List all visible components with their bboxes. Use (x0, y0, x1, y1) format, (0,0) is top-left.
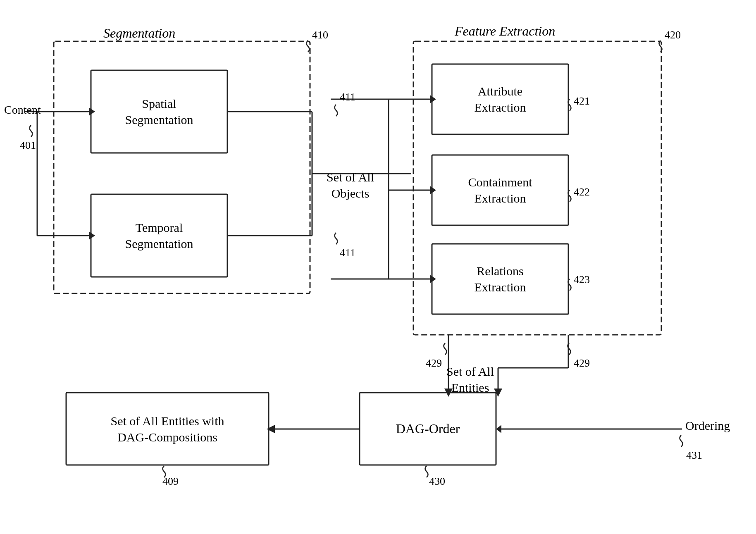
feature-extraction-label: Feature Extraction (455, 23, 555, 40)
diagram-container: Segmentation Feature Extraction Content … (0, 0, 756, 534)
temporal-segmentation-label: Temporal Segmentation (91, 194, 227, 277)
ref-429a: 429 (426, 356, 442, 370)
ref-431: 431 (686, 448, 702, 462)
ref-421: 421 (574, 94, 590, 108)
spatial-segmentation-label: Spatial Segmentation (91, 70, 227, 153)
ref-409: 409 (162, 474, 179, 489)
content-label: Content (4, 103, 41, 117)
ref-430: 430 (429, 474, 445, 489)
ref-423: 423 (574, 273, 590, 287)
ref-420: 420 (665, 28, 681, 42)
ref-401: 401 (20, 138, 36, 153)
svg-marker-37 (496, 425, 501, 433)
ref-429b: 429 (574, 356, 590, 370)
dag-order-label: DAG-Order (360, 393, 496, 465)
attribute-extraction-label: Attribute Extraction (432, 64, 568, 134)
segmentation-label: Segmentation (103, 25, 175, 42)
set-of-all-entities-dag-label: Set of All Entities with DAG-Composition… (66, 393, 269, 465)
ref-411b: 411 (340, 246, 355, 260)
ordering-label: Ordering (685, 417, 730, 434)
relations-extraction-label: Relations Extraction (432, 244, 568, 314)
set-of-all-objects-label: Set of All Objects (327, 153, 374, 201)
ref-410: 410 (312, 28, 328, 42)
containment-extraction-label: Containment Extraction (432, 155, 568, 225)
set-of-all-entities-label: Set of All Entities (446, 347, 494, 396)
ref-422: 422 (574, 185, 590, 199)
ref-411a: 411 (340, 90, 355, 104)
